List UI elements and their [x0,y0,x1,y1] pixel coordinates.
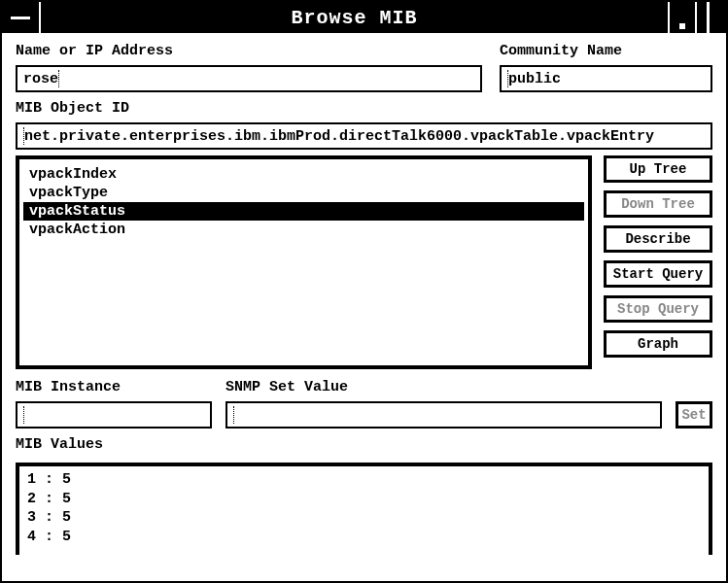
start-query-button[interactable]: Start Query [604,260,712,288]
mib-instance-label: MIB Instance [16,379,212,395]
stop-query-button: Stop Query [604,295,712,323]
minimize-button[interactable] [668,2,695,33]
snmp-set-value-input[interactable] [225,401,662,429]
window-title: Browse MIB [41,7,668,29]
name-or-ip-label: Name or IP Address [16,43,482,59]
list-item[interactable]: vpackStatus [23,202,584,221]
community-value: public [508,71,561,87]
titlebar-controls [668,2,726,33]
name-or-ip-value: rose [23,71,58,87]
mib-value-row: 2 : 5 [27,490,701,509]
button-column: Up Tree Down Tree Describe Start Query S… [604,155,712,369]
menu-icon [11,17,30,19]
community-input[interactable]: public [500,65,712,92]
mib-object-id-value: net.private.enterprises.ibm.ibmProd.dire… [24,128,654,145]
list-item[interactable]: vpackType [23,184,584,202]
mib-value-row: 3 : 5 [27,508,701,528]
list-item[interactable]: vpackIndex [23,165,584,184]
up-tree-button[interactable]: Up Tree [604,155,712,183]
describe-button[interactable]: Describe [604,225,712,253]
set-button: Set [676,401,712,429]
object-list[interactable]: vpackIndexvpackTypevpackStatusvpackActio… [16,155,592,369]
mib-instance-input[interactable] [16,401,212,429]
snmp-set-value-label: SNMP Set Value [225,379,662,395]
name-or-ip-input[interactable]: rose [16,65,482,92]
mib-values-box: 1 : 52 : 53 : 54 : 5 [16,463,712,555]
content-area: Name or IP Address rose Community Name p… [2,33,726,565]
community-label: Community Name [500,43,712,59]
down-tree-button: Down Tree [604,190,712,218]
titlebar: Browse MIB [2,2,726,33]
graph-button[interactable]: Graph [604,330,712,358]
maximize-button[interactable] [695,2,726,33]
window-menu-button[interactable] [2,2,41,33]
main-window: Browse MIB Name or IP Address rose Commu… [0,0,728,583]
mib-object-id-input[interactable]: net.private.enterprises.ibm.ibmProd.dire… [16,122,712,150]
mib-values-label: MIB Values [16,436,712,453]
mib-object-id-label: MIB Object ID [16,100,712,117]
mib-value-row: 4 : 5 [27,528,701,547]
mib-value-row: 1 : 5 [27,470,701,490]
list-item[interactable]: vpackAction [23,221,584,239]
